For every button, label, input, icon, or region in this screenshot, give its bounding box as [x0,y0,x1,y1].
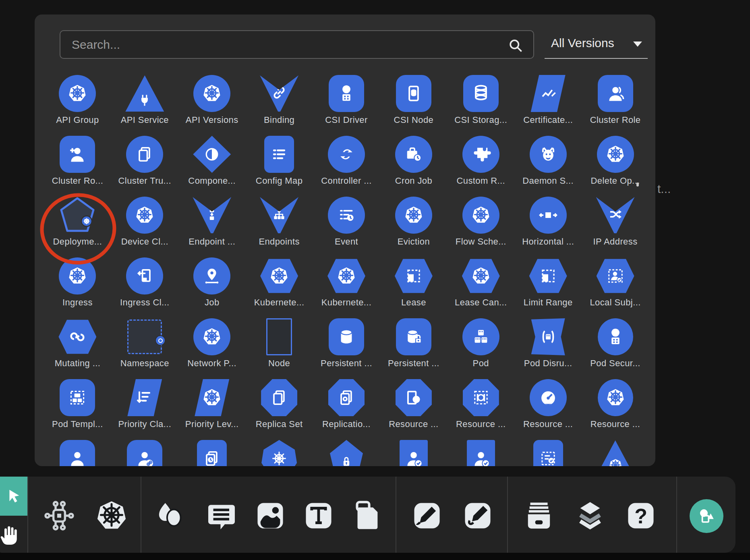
version-filter-label: All Versions [551,36,633,50]
tool-image[interactable] [253,498,288,533]
shape-item-resource[interactable]: Resource ... [447,379,514,440]
shape-item-lease-can[interactable]: Lease Can... [447,257,514,318]
shape-item-device-cl[interactable]: Device Cl... [111,197,178,257]
tool-shape-library[interactable] [690,499,723,533]
shape-item-cluster-role[interactable]: Cluster Role [582,75,649,136]
shape-item-row7-62[interactable] [582,440,649,466]
dblock-icon [396,318,431,355]
tool-text[interactable] [301,498,336,533]
shape-item-cluster-ro[interactable]: Cluster Ro... [44,136,111,197]
shape-item-replica-set[interactable]: Replica Set [246,379,313,440]
tool-layers[interactable] [573,498,607,533]
shape-item-row7-61[interactable] [514,440,582,466]
shape-icon-box [111,318,178,355]
shape-item-network-p[interactable]: Network P... [178,318,246,379]
shape-item-flow-sche[interactable]: Flow Sche... [447,197,514,257]
tool-highlighter[interactable] [460,498,495,533]
shape-item-event[interactable]: Event [313,197,380,257]
tool-select[interactable] [0,477,27,516]
link-icon [260,75,298,112]
shape-icon-box [447,379,514,416]
shape-item-local-subj[interactable]: Local Subj... [582,257,649,318]
shape-item-endpoints[interactable]: Endpoints [246,197,313,257]
shape-item-priority-lev[interactable]: Priority Lev... [178,379,246,440]
shape-icon-box [246,257,313,295]
tool-archive[interactable] [522,498,556,533]
tool-help[interactable]: ? [624,498,658,533]
shape-item-api-group[interactable]: API Group [44,75,111,136]
shape-item-row7-57[interactable] [246,440,313,466]
shape-item-endpoint[interactable]: Endpoint ... [178,197,246,257]
shape-item-mutating[interactable]: Mutating ... [44,318,111,379]
shape-item-api-versions[interactable]: API Versions [178,75,246,136]
shape-item-kubernete[interactable]: Kubernete... [313,257,380,318]
shape-item-binding[interactable]: Binding [246,75,313,136]
tool-kubernetes[interactable] [94,498,129,533]
chevron-down-icon [633,41,642,47]
version-filter-dropdown[interactable]: All Versions [545,31,648,59]
shape-item-node[interactable]: Node [246,318,313,379]
shape-label: Replicatio... [322,419,371,429]
shape-item-pod-disru[interactable]: Pod Disru... [514,318,582,379]
shape-item-csi-driver[interactable]: CSI Driver [313,75,380,136]
shape-item-kubernete[interactable]: Kubernete... [246,257,313,318]
shape-item-cron-job[interactable]: Cron Job [380,136,447,197]
tool-shapes[interactable] [152,498,187,533]
tool-pen[interactable] [410,498,444,533]
search-input[interactable] [71,37,509,52]
shape-item-ingress[interactable]: Ingress [44,257,111,318]
shape-item-replicatio[interactable]: Replicatio... [313,379,380,440]
tool-note[interactable] [350,498,385,533]
shape-item-delete-op[interactable]: Delete Op... [582,136,649,197]
shape-item-ingress-cl[interactable]: Ingress Cl... [111,257,178,318]
tool-comment[interactable] [204,498,239,533]
shape-item-csi-storag[interactable]: CSI Storag... [447,75,514,136]
shape-item-job[interactable]: Job [178,257,246,318]
shape-item-horizontal[interactable]: Horizontal ... [514,197,582,257]
shape-item-persistent[interactable]: Persistent ... [313,318,380,379]
archive-icon [522,498,556,533]
shape-item-row7-55[interactable] [111,440,178,466]
k8s-icon [260,258,298,294]
shape-item-certificate[interactable]: Certificate... [514,75,582,136]
shape-item-row7-60[interactable] [447,440,514,466]
shape-icon-box [111,440,178,466]
shape-item-pod-templ[interactable]: Pod Templ... [44,379,111,440]
shape-item-row7-56[interactable] [178,440,246,466]
tool-hand[interactable] [0,521,23,549]
shape-item-resource[interactable]: Resource ... [514,379,582,440]
shape-item-lease[interactable]: Lease [380,257,447,318]
shape-item-row7-54[interactable] [44,440,111,466]
tool-flowchart[interactable] [42,498,77,533]
shape-label: Config Map [256,176,303,186]
shape-item-compone[interactable]: Compone... [178,136,246,197]
shape-item-priority-cla[interactable]: Priority Cla... [111,379,178,440]
shape-item-pod-secur[interactable]: Pod Secur... [582,318,649,379]
shape-item-csi-node[interactable]: CSI Node [380,75,447,136]
shape-item-pod[interactable]: Pod [447,318,514,379]
shape-item-cluster-tru[interactable]: Cluster Tru... [111,136,178,197]
shape-item-daemon-s[interactable]: Daemon S... [514,136,582,197]
help-icon: ? [624,498,658,533]
shape-icon-box [313,75,380,112]
shape-item-persistent[interactable]: Persistent ... [380,318,447,379]
rectcircle-icon [396,379,432,416]
shape-item-resource[interactable]: Resource ... [380,379,447,440]
shape-item-custom-r[interactable]: Custom R... [447,136,514,197]
shape-item-row7-59[interactable] [380,440,447,466]
shape-item-config-map[interactable]: Config Map [246,136,313,197]
shape-label: Certificate... [523,115,573,125]
image-icon [253,498,288,533]
shape-item-controller[interactable]: Controller ... [313,136,380,197]
shape-item-limit-range[interactable]: Limit Range [514,257,582,318]
shape-item-row7-58[interactable] [313,440,380,466]
shape-item-deployme[interactable]: Deployme... [44,197,111,257]
shape-item-eviction[interactable]: Eviction [380,197,447,257]
shape-item-namespace[interactable]: Namespace [111,318,178,379]
search-box[interactable] [60,30,534,59]
shape-item-api-service[interactable]: API Service [111,75,178,136]
scrollbar-thumb[interactable] [636,183,639,187]
shape-item-ip-address[interactable]: IP Address [582,197,649,257]
shape-item-resource[interactable]: Resource ... [582,379,649,440]
shape-icon-box [514,318,582,355]
